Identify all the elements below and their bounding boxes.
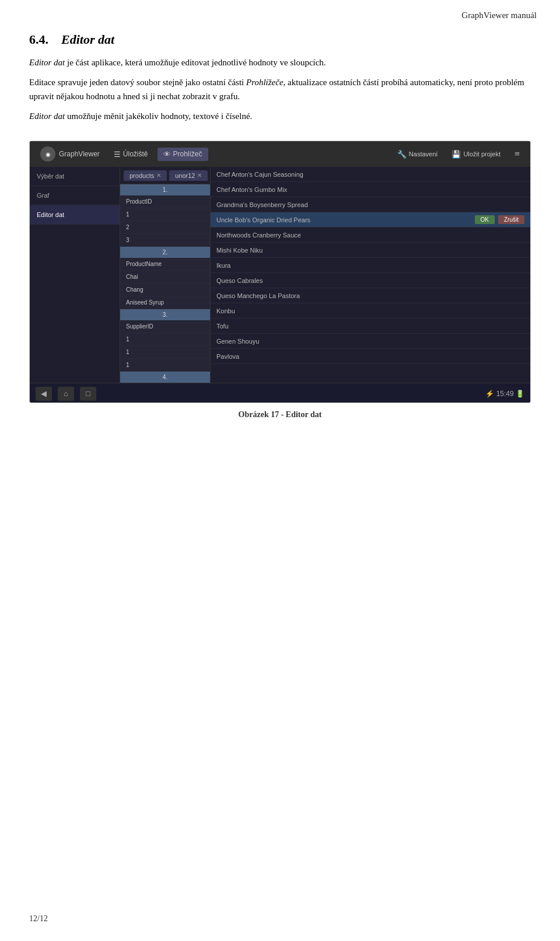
- row-text-3: Uncle Bob's Organic Dried Pears: [216, 216, 475, 223]
- section-number: 6.4.: [29, 32, 48, 47]
- apps-button[interactable]: □: [80, 387, 96, 401]
- menu-glyph: ≡: [514, 149, 520, 159]
- data-row-12[interactable]: Pavlova: [211, 349, 530, 364]
- data-row-8[interactable]: Queso Manchego La Pastora: [211, 288, 530, 303]
- data-row-7[interactable]: Queso Cabrales: [211, 273, 530, 288]
- data-row-4[interactable]: Northwoods Cranberry Sauce: [211, 228, 530, 243]
- browser-label: Prohlížeč: [173, 150, 202, 158]
- browser-button[interactable]: 👁 Prohlížeč: [158, 148, 208, 161]
- col-val-1-2[interactable]: 2: [120, 221, 210, 234]
- editor-dat-ref-2: Editor dat: [29, 111, 65, 121]
- data-row-5[interactable]: Mishi Kobe Niku: [211, 243, 530, 258]
- time-value: 15:49: [496, 390, 514, 398]
- storage-button[interactable]: ☰ Úložiště: [108, 148, 154, 161]
- editor-dat-ref-1: Editor dat: [29, 58, 65, 67]
- row-text-2: Grandma's Boysenberry Spread: [216, 201, 524, 208]
- logo-glyph: ◉: [46, 151, 51, 158]
- app-topbar: ◉ GraphViewer ☰ Úložiště 👁 Prohlížeč 🔧 N…: [30, 141, 530, 167]
- tab-unor12-label: unor12: [175, 172, 195, 179]
- app-sidebar: Výběr dat Graf Editor dat: [30, 167, 120, 383]
- settings-icon: 🔧: [397, 150, 407, 159]
- left-column-panel: products ✕ unor12 ✕ 1. ProductID 1: [120, 167, 211, 383]
- app-screenshot: ◉ GraphViewer ☰ Úložiště 👁 Prohlížeč 🔧 N…: [29, 141, 531, 403]
- home-button[interactable]: ⌂: [58, 387, 74, 401]
- storage-icon: ☰: [114, 150, 121, 159]
- col-val-1-3[interactable]: 3: [120, 234, 210, 247]
- page-header: GraphViewer manuál: [0, 0, 560, 20]
- paragraph-2-text: Editace spravuje jeden datový soubor ste…: [29, 78, 246, 87]
- col-val-2-2[interactable]: Chang: [120, 284, 210, 296]
- header-title: GraphViewer manuál: [461, 11, 537, 20]
- settings-button[interactable]: 🔧 Nastavení: [391, 148, 444, 161]
- save-project-button[interactable]: 💾 Uložit projekt: [446, 148, 506, 161]
- row-text-12: Pavlova: [216, 353, 524, 360]
- tab-products-label: products: [130, 172, 154, 179]
- tab-products[interactable]: products ✕: [124, 170, 167, 181]
- save-icon: 💾: [452, 150, 461, 159]
- figure-caption: Obrázek 17 - Editor dat: [29, 410, 531, 419]
- back-button[interactable]: ◀: [36, 387, 52, 401]
- paragraph-1: Editor dat je část aplikace, která umožň…: [29, 55, 531, 69]
- app-logo-icon: ◉: [40, 146, 55, 162]
- app-logo-label: GraphViewer: [59, 150, 100, 158]
- section-heading: Editor dat: [61, 32, 114, 47]
- cancel-button[interactable]: Zrušit: [498, 215, 524, 224]
- main-content: 6.4. Editor dat Editor dat je část aplik…: [0, 20, 560, 419]
- data-row-9[interactable]: Konbu: [211, 303, 530, 319]
- apps-icon: □: [86, 389, 90, 398]
- back-icon: ◀: [41, 389, 47, 398]
- col-name-productname: ProductName: [120, 258, 210, 271]
- paragraph-3-text: umožňuje měnit jakékoliv hodnoty, textov…: [67, 111, 252, 121]
- browser-icon: 👁: [163, 150, 171, 159]
- settings-label: Nastavení: [409, 151, 438, 158]
- tabs-row: products ✕ unor12 ✕: [120, 167, 210, 184]
- paragraph-3: Editor dat umožňuje měnit jakékoliv hodn…: [29, 109, 531, 123]
- data-row-10[interactable]: Tofu: [211, 319, 530, 334]
- col-val-1-1[interactable]: 1: [120, 208, 210, 221]
- status-bar-time: ⚡ 15:49 🔋: [485, 390, 524, 398]
- data-row-1[interactable]: Chef Anton's Gumbo Mix: [211, 182, 530, 197]
- battery-icon: 🔋: [516, 390, 524, 398]
- row-text-11: Genen Shouyu: [216, 338, 524, 345]
- row-text-10: Tofu: [216, 323, 524, 330]
- prohlizhec-ref: Prohlížeče,: [246, 78, 285, 87]
- sidebar-item-graf[interactable]: Graf: [30, 186, 120, 205]
- ok-button[interactable]: OK: [475, 215, 495, 224]
- row-text-7: Queso Cabrales: [216, 277, 524, 284]
- data-row-11[interactable]: Genen Shouyu: [211, 334, 530, 349]
- page-footer: 12/12: [29, 914, 48, 923]
- page-number: 12/12: [29, 914, 48, 923]
- col-val-2-1[interactable]: Chai: [120, 271, 210, 284]
- sidebar-item-vyberdát[interactable]: Výběr dat: [30, 167, 120, 186]
- col-group-header-1: 1.: [120, 184, 210, 195]
- topbar-right: 🔧 Nastavení 💾 Uložit projekt: [391, 148, 506, 161]
- paragraph-2: Editace spravuje jeden datový soubor ste…: [29, 75, 531, 103]
- col-val-2-3[interactable]: Aniseed Syrup: [120, 296, 210, 309]
- row-text-5: Mishi Kobe Niku: [216, 247, 524, 254]
- col-val-3-3[interactable]: 1: [120, 359, 210, 372]
- app-bottombar: ◀ ⌂ □ ⚡ 15:49 🔋: [30, 383, 530, 403]
- time-text: ⚡: [485, 390, 496, 398]
- tab-unor12[interactable]: unor12 ✕: [169, 170, 208, 181]
- caption-text: Obrázek 17 - Editor dat: [239, 410, 322, 419]
- col-name-supplierid: SupplierID: [120, 320, 210, 333]
- col-group-header-4: 4.: [120, 372, 210, 383]
- data-row-0[interactable]: Chef Anton's Cajun Seasoning: [211, 167, 530, 182]
- col-val-3-2[interactable]: 1: [120, 346, 210, 359]
- col-name-productid: ProductID: [120, 195, 210, 208]
- app-body: Výběr dat Graf Editor dat products ✕: [30, 167, 530, 383]
- tab-products-close[interactable]: ✕: [156, 172, 161, 179]
- menu-icon[interactable]: ≡: [510, 149, 524, 159]
- sidebar-item-editor[interactable]: Editor dat: [30, 205, 120, 225]
- row-text-8: Queso Manchego La Pastora: [216, 292, 524, 299]
- tab-unor12-close[interactable]: ✕: [197, 172, 202, 179]
- data-row-2[interactable]: Grandma's Boysenberry Spread: [211, 197, 530, 212]
- data-row-6[interactable]: Ikura: [211, 258, 530, 273]
- sidebar-label-1: Graf: [37, 192, 49, 199]
- paragraph-1-text: je část aplikace, která umožňuje editova…: [67, 58, 326, 67]
- col-val-3-1[interactable]: 1: [120, 333, 210, 346]
- sidebar-label-0: Výběr dat: [37, 173, 64, 180]
- home-icon: ⌂: [64, 389, 68, 398]
- data-row-3[interactable]: Uncle Bob's Organic Dried Pears OK Zruši…: [211, 212, 530, 228]
- row-text-1: Chef Anton's Gumbo Mix: [216, 186, 524, 193]
